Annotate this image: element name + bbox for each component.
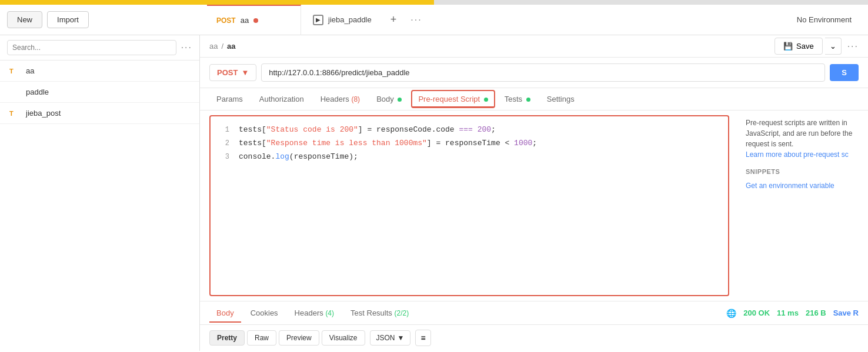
format-select[interactable]: JSON ▼ [370, 330, 411, 346]
res-tab-body[interactable]: Body [209, 304, 241, 322]
item-name: paddle [26, 88, 49, 96]
sidebar-more-button[interactable]: ··· [181, 42, 192, 53]
save-button[interactable]: 💾 Save [774, 38, 823, 55]
learn-more-link[interactable]: Learn more about pre-request sc [746, 150, 849, 159]
tests-dot [526, 98, 530, 102]
save-label: Save [796, 42, 814, 51]
tab-tests[interactable]: Tests [498, 90, 538, 108]
header-left: New Import [7, 11, 207, 28]
code-line-1: 1 tests["Status code is 200"] = response… [211, 123, 728, 137]
request-tabs: Params Authorization Headers (8) Body Pr… [200, 88, 868, 110]
breadcrumb-current: aa [227, 42, 235, 51]
line-number: 2 [218, 138, 229, 149]
breadcrumb-parent: aa [209, 42, 218, 51]
main-layout: ··· T aa paddle T jieba_post aa / aa [0, 35, 868, 351]
editor-area: 1 tests["Status code is 200"] = response… [200, 110, 868, 301]
line-number: 3 [218, 152, 229, 163]
globe-icon[interactable]: 🌐 [726, 309, 736, 318]
prerequest-dot [484, 98, 488, 102]
status-time: 11 ms [777, 309, 799, 317]
add-tab-button[interactable]: + [383, 5, 404, 35]
runner-tab[interactable]: ▶ jieba_paddle [301, 5, 383, 35]
response-tabs: Body Cookies Headers (4) Test Results (2… [200, 301, 868, 325]
format-label: JSON [376, 334, 395, 342]
raw-button[interactable]: Raw [247, 330, 276, 346]
snippets-title: SNIPPETS [746, 167, 861, 177]
snippet-link[interactable]: Get an environment variable [746, 182, 834, 190]
status-code: 200 OK [743, 309, 770, 317]
breadcrumb: aa / aa 💾 Save ⌄ ··· [200, 35, 868, 58]
method-label: POST [217, 68, 238, 77]
filter-button[interactable]: ≡ [415, 330, 430, 346]
more-tabs-button[interactable]: ··· [403, 5, 429, 35]
code-line-2: 2 tests["Response time is less than 1000… [211, 137, 728, 150]
item-method: T [9, 68, 21, 75]
list-item[interactable]: paddle [0, 82, 199, 103]
runner-name: jieba_paddle [328, 15, 372, 24]
tab-name: aa [241, 16, 249, 25]
headers-badge: (4) [325, 309, 334, 317]
status-size: 216 B [806, 309, 826, 317]
tab-params[interactable]: Params [209, 90, 250, 108]
code-editor[interactable]: 1 tests["Status code is 200"] = response… [209, 115, 729, 296]
import-button[interactable]: Import [47, 11, 89, 28]
breadcrumb-more-button[interactable]: ··· [847, 41, 859, 52]
response-section: Body Cookies Headers (4) Test Results (2… [200, 301, 868, 351]
tab-modified-dot [253, 18, 258, 23]
tab-headers[interactable]: Headers (8) [313, 90, 367, 108]
breadcrumb-separator: / [221, 42, 223, 51]
test-results-badge: (2/2) [394, 309, 409, 317]
res-tab-headers[interactable]: Headers (4) [288, 304, 341, 322]
res-tab-cookies[interactable]: Cookies [243, 304, 285, 322]
headers-badge: (8) [351, 95, 360, 103]
url-input[interactable] [261, 63, 825, 82]
code-content: tests["Response time is less than 1000ms… [239, 138, 537, 150]
code-line-3: 3 console.log(responseTime); [211, 150, 728, 164]
sidebar-items: T aa paddle T jieba_post [0, 61, 199, 351]
tab-body[interactable]: Body [369, 90, 409, 108]
save-dropdown-button[interactable]: ⌄ [825, 38, 842, 55]
line-number: 1 [218, 125, 229, 136]
runner-icon: ▶ [313, 15, 323, 25]
save-icon: 💾 [783, 42, 793, 51]
new-button[interactable]: New [7, 11, 42, 28]
breadcrumb-actions: 💾 Save ⌄ ··· [774, 38, 859, 55]
item-name: jieba_post [26, 109, 61, 118]
method-select[interactable]: POST ▼ [209, 64, 256, 81]
environment-selector[interactable]: No Environment [797, 15, 852, 24]
code-content: console.log(responseTime); [239, 151, 358, 163]
tab-method: POST [216, 16, 236, 25]
method-chevron-icon: ▼ [241, 68, 249, 77]
response-status: 🌐 200 OK 11 ms 216 B Save R [726, 309, 859, 318]
pretty-button[interactable]: Pretty [209, 330, 245, 346]
res-tab-test-results[interactable]: Test Results (2/2) [343, 304, 416, 322]
code-content: tests["Status code is 200"] = responseCo… [239, 124, 496, 136]
main-content: aa / aa 💾 Save ⌄ ··· POST ▼ S [200, 35, 868, 351]
tab-bar: POST aa ▶ jieba_paddle + ··· [207, 5, 797, 35]
visualize-button[interactable]: Visualize [322, 330, 365, 346]
search-input[interactable] [7, 40, 176, 55]
item-method: T [9, 110, 21, 117]
list-item[interactable]: T jieba_post [0, 103, 199, 124]
list-item[interactable]: T aa [0, 61, 199, 82]
header: New Import POST aa ▶ jieba_paddle + ··· … [0, 5, 868, 35]
tab-authorization[interactable]: Authorization [252, 90, 311, 108]
header-right: No Environment [797, 15, 861, 24]
save-response-button[interactable]: Save R [833, 309, 859, 317]
sidebar: ··· T aa paddle T jieba_post [0, 35, 200, 351]
body-dot [398, 98, 402, 102]
tab-settings[interactable]: Settings [540, 90, 582, 108]
url-bar: POST ▼ S [200, 58, 868, 88]
active-tab[interactable]: POST aa [207, 5, 301, 35]
helper-panel: Pre-request scripts are written in JavaS… [739, 110, 868, 301]
sidebar-search-bar: ··· [0, 35, 199, 61]
helper-description: Pre-request scripts are written in JavaS… [746, 118, 861, 149]
format-chevron-icon: ▼ [398, 334, 405, 342]
preview-button[interactable]: Preview [279, 330, 319, 346]
item-name: aa [26, 66, 34, 75]
send-button[interactable]: S [830, 64, 859, 81]
tab-prerequest[interactable]: Pre-request Script [411, 90, 495, 108]
format-bar: Pretty Raw Preview Visualize JSON ▼ ≡ [200, 325, 868, 351]
